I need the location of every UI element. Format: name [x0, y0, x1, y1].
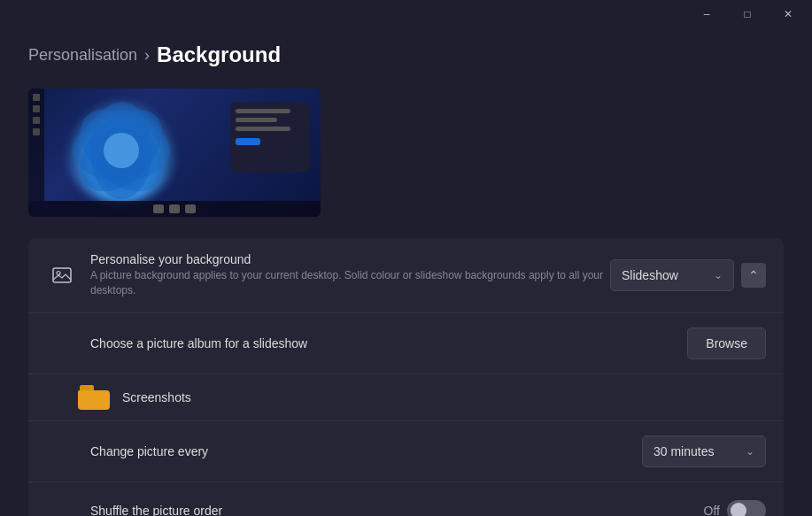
shuffle-row: Shuffle the picture order Off	[28, 482, 784, 516]
chevron-down-icon: ⌄	[746, 445, 754, 458]
minimize-button[interactable]: –	[686, 0, 727, 28]
panel-line	[236, 127, 290, 131]
background-type-dropdown[interactable]: Slideshow ⌄	[610, 259, 734, 291]
dropdown-value: 30 minutes	[653, 444, 739, 458]
dropdown-value: Slideshow	[622, 268, 707, 282]
taskbar-dot	[185, 204, 196, 213]
breadcrumb-chevron: ›	[144, 46, 150, 65]
close-button[interactable]: ✕	[768, 0, 808, 28]
personalise-control: Slideshow ⌄ ⌃	[610, 259, 766, 291]
shuffle-control: Off	[704, 500, 766, 516]
personalise-background-row: Personalise your background A picture ba…	[28, 238, 784, 313]
taskbar-dot	[169, 204, 180, 213]
panel-btn	[236, 138, 260, 145]
folder-body	[78, 390, 110, 410]
shuffle-title: Shuffle the picture order	[90, 504, 704, 516]
toggle-container: Off	[704, 500, 766, 516]
folder-name: Screenshots	[122, 390, 191, 404]
change-picture-row: Change picture every 30 minutes ⌄	[28, 421, 784, 482]
title-bar: – □ ✕	[0, 0, 812, 28]
panel-line	[236, 118, 277, 122]
choose-album-title: Choose a picture album for a slideshow	[90, 336, 687, 350]
bloom-svg	[55, 93, 188, 208]
screenshots-folder-row: Screenshots	[28, 374, 784, 421]
settings-panel: Personalise your background A picture ba…	[28, 238, 784, 516]
folder-icon	[78, 385, 110, 410]
image-icon	[46, 259, 78, 291]
background-preview	[28, 89, 321, 217]
breadcrumb: Personalisation › Background	[28, 42, 784, 67]
taskbar-dot	[153, 204, 164, 213]
personalise-title: Personalise your background	[90, 252, 610, 266]
browse-button[interactable]: Browse	[687, 327, 766, 359]
main-content: Personalisation › Background	[0, 28, 812, 516]
svg-point-4	[104, 133, 139, 168]
change-picture-text: Change picture every	[46, 444, 642, 458]
toggle-label: Off	[704, 504, 720, 516]
change-picture-control: 30 minutes ⌄	[642, 435, 766, 467]
sidebar-dot	[33, 128, 40, 135]
page-title: Background	[157, 42, 281, 67]
preview-taskbar	[28, 201, 321, 217]
expand-button[interactable]: ⌃	[741, 263, 766, 288]
maximize-button[interactable]: □	[727, 0, 768, 28]
preview-screen	[28, 89, 321, 217]
svg-point-6	[57, 271, 60, 274]
folder-tab	[80, 385, 94, 390]
personalise-subtitle: A picture background applies to your cur…	[90, 268, 610, 298]
choose-album-text: Choose a picture album for a slideshow	[46, 336, 687, 350]
sidebar-dot	[33, 105, 40, 112]
sidebar-dot	[33, 117, 40, 124]
personalise-text: Personalise your background A picture ba…	[90, 252, 610, 298]
sidebar-dot	[33, 94, 40, 101]
breadcrumb-parent[interactable]: Personalisation	[28, 46, 137, 65]
shuffle-text: Shuffle the picture order	[46, 504, 704, 516]
browse-control: Browse	[687, 327, 766, 359]
preview-sidebar	[28, 89, 44, 201]
chevron-down-icon: ⌄	[714, 269, 723, 281]
chevron-up-icon: ⌃	[748, 268, 759, 282]
change-picture-dropdown[interactable]: 30 minutes ⌄	[642, 435, 766, 467]
svg-rect-5	[53, 268, 71, 282]
change-picture-title: Change picture every	[90, 444, 642, 458]
preview-panel	[230, 102, 310, 173]
toggle-thumb	[731, 503, 746, 516]
panel-line	[236, 109, 290, 113]
choose-album-row: Choose a picture album for a slideshow B…	[28, 313, 784, 374]
shuffle-toggle[interactable]	[727, 500, 766, 516]
